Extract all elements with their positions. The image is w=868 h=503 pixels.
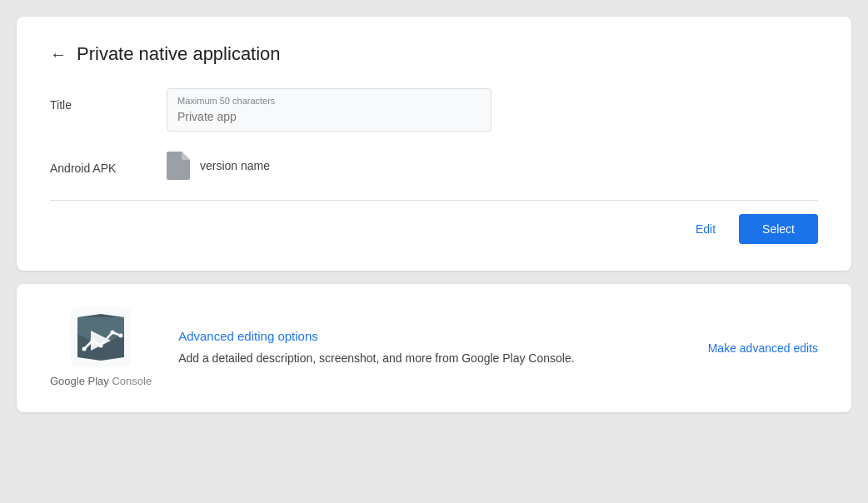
svg-point-4: [82, 347, 87, 351]
card-actions: Edit Select: [50, 214, 818, 244]
play-console-logo-text: Google Play Console: [50, 374, 152, 389]
apk-label: Android APK: [50, 152, 167, 175]
svg-point-5: [91, 339, 95, 343]
card-header: ← Private native application: [50, 43, 818, 65]
file-icon: [167, 152, 190, 180]
play-console-icon: [71, 307, 131, 367]
advanced-title: Advanced editing options: [178, 329, 681, 343]
divider: [50, 200, 818, 201]
console-text: Console: [112, 375, 152, 387]
title-input-container: Maximum 50 characters: [167, 88, 818, 132]
svg-point-6: [99, 344, 103, 348]
title-label: Title: [50, 88, 167, 112]
play-console-logo: Google Play Console: [50, 307, 152, 389]
select-button[interactable]: Select: [739, 214, 818, 244]
advanced-content: Advanced editing options Add a detailed …: [178, 329, 681, 367]
page-title: Private native application: [77, 43, 281, 65]
svg-point-7: [111, 331, 115, 335]
title-input[interactable]: [177, 110, 481, 123]
apk-row: Android APK version name: [50, 152, 818, 180]
title-hint: Maximum 50 characters: [177, 96, 481, 106]
edit-button[interactable]: Edit: [686, 216, 726, 242]
back-arrow-icon[interactable]: ←: [50, 45, 67, 64]
make-advanced-edits-button[interactable]: Make advanced edits: [708, 335, 818, 361]
apk-version-text: version name: [200, 159, 270, 172]
apk-file-row: version name: [167, 152, 818, 180]
svg-point-8: [119, 334, 123, 338]
private-app-card: ← Private native application Title Maxim…: [17, 17, 851, 271]
google-play-text: Google Play: [50, 375, 112, 387]
advanced-card: Google Play Console Advanced editing opt…: [17, 284, 851, 412]
apk-content: version name: [167, 152, 818, 180]
advanced-description: Add a detailed description, screenshot, …: [178, 350, 681, 367]
title-row: Title Maximum 50 characters: [50, 88, 818, 132]
title-input-wrapper[interactable]: Maximum 50 characters: [167, 88, 491, 132]
